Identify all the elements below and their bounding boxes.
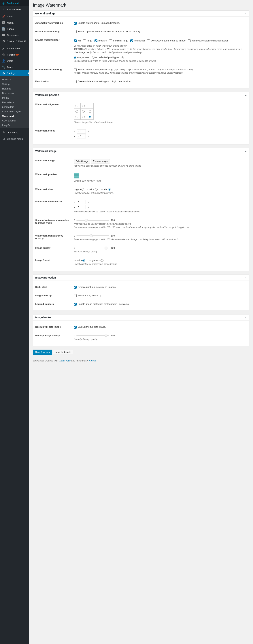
submenu-reading[interactable]: Reading bbox=[0, 86, 29, 91]
align-radio-2[interactable] bbox=[89, 105, 91, 107]
size-thumbnail-checkbox[interactable] bbox=[130, 40, 133, 42]
sidebar-item-settings[interactable]: ⚙Settings bbox=[0, 70, 29, 76]
format-progressive-radio[interactable] bbox=[101, 259, 103, 262]
reset-button[interactable]: Reset to defaults bbox=[53, 350, 73, 354]
remove-image-button[interactable]: Remove image bbox=[91, 159, 110, 164]
sidebar-item-plugins[interactable]: 🔌Plugins6 bbox=[0, 52, 29, 58]
align-cell-5[interactable] bbox=[87, 109, 94, 114]
size-medium-checkbox[interactable] bbox=[95, 40, 97, 42]
backup-quality-desc: Set output image quality. bbox=[74, 338, 245, 341]
align-radio-0[interactable] bbox=[76, 105, 78, 107]
custom-x-input[interactable] bbox=[77, 200, 86, 204]
submenu-cdn-enabler[interactable]: CDN Enabler bbox=[0, 118, 29, 123]
dragdrop-checkbox[interactable] bbox=[74, 294, 77, 297]
menu-icon: 🔧 bbox=[2, 65, 6, 69]
quality-slider[interactable] bbox=[76, 248, 109, 248]
submenu-watermark[interactable]: Watermark bbox=[0, 114, 29, 118]
everywhere-label: everywhere bbox=[77, 56, 89, 59]
align-radio-6[interactable] bbox=[76, 116, 78, 118]
main-content: Image Watermark General settings ▲ Autom… bbox=[29, 0, 253, 644]
sidebar-item-users[interactable]: 👤Users bbox=[0, 58, 29, 64]
submenu-media[interactable]: Media bbox=[0, 96, 29, 100]
align-cell-4[interactable] bbox=[80, 109, 87, 114]
transparency-slider[interactable] bbox=[76, 236, 109, 236]
submenu-imagify[interactable]: Imagify bbox=[0, 123, 29, 128]
offset-x-input[interactable] bbox=[77, 129, 86, 134]
size-full-checkbox[interactable] bbox=[74, 40, 77, 42]
position-header[interactable]: Watermark position ▲ bbox=[33, 92, 249, 98]
size-original-radio[interactable] bbox=[81, 188, 84, 191]
custom-y-input[interactable] bbox=[77, 205, 86, 209]
submenu-permalinks[interactable]: Permalinks bbox=[0, 100, 29, 105]
wordpress-link[interactable]: WordPress bbox=[59, 359, 71, 362]
image-header[interactable]: Watermark image ▲ bbox=[33, 148, 249, 154]
offset-y-input[interactable] bbox=[77, 134, 86, 138]
align-cell-0[interactable] bbox=[74, 103, 80, 109]
sidebar-item-posts[interactable]: 📌Posts bbox=[0, 13, 29, 20]
sidebar-gutenberg[interactable]: ✎ Gutenberg bbox=[0, 129, 29, 136]
align-radio-1[interactable] bbox=[82, 105, 85, 107]
collapse-label: Collapse menu bbox=[7, 138, 23, 140]
kinsta-link[interactable]: Kinsta bbox=[89, 359, 96, 362]
align-cell-2[interactable] bbox=[87, 103, 94, 109]
slider-max: 100 bbox=[111, 246, 115, 249]
custom-size-desc: Those dimensions will be used if "custom… bbox=[74, 210, 245, 213]
submenu-discussion[interactable]: Discussion bbox=[0, 91, 29, 96]
size-twentyseventeen-thumbnail-avatar-checkbox[interactable] bbox=[188, 40, 191, 42]
protection-title: Image protection bbox=[35, 276, 56, 279]
backup-full-checkbox[interactable] bbox=[74, 326, 77, 328]
size-medium_large-checkbox[interactable] bbox=[109, 40, 112, 42]
collapse-menu[interactable]: ◀ Collapse menu bbox=[0, 136, 29, 142]
px-label: px bbox=[87, 130, 89, 133]
selected-types-radio[interactable] bbox=[92, 56, 95, 59]
format-baseline-radio[interactable] bbox=[82, 259, 85, 262]
sidebar-item-tools[interactable]: 🔧Tools bbox=[0, 64, 29, 70]
align-cell-3[interactable] bbox=[74, 109, 80, 114]
general-settings-header[interactable]: General settings ▲ bbox=[33, 10, 249, 16]
auto-watermark-checkbox[interactable] bbox=[74, 22, 77, 25]
size-scaled-radio[interactable] bbox=[108, 188, 111, 191]
loggedin-checkbox[interactable] bbox=[74, 303, 77, 306]
submenu-writing[interactable]: Writing bbox=[0, 82, 29, 86]
align-cell-7[interactable] bbox=[80, 114, 87, 120]
rightclick-checkbox[interactable] bbox=[74, 286, 77, 288]
manual-watermark-checkbox[interactable] bbox=[74, 30, 77, 33]
submenu-optimize-analytics[interactable]: Optimize Analytics bbox=[0, 109, 29, 114]
scale-slider[interactable] bbox=[76, 220, 109, 221]
align-radio-4[interactable] bbox=[82, 110, 85, 113]
size-large-checkbox[interactable] bbox=[83, 40, 86, 42]
deactivation-checkbox[interactable] bbox=[74, 80, 77, 83]
align-radio-7[interactable] bbox=[82, 116, 85, 118]
settings-submenu: GeneralWritingReadingDiscussionMediaPerm… bbox=[0, 76, 29, 128]
submenu-perfmatters[interactable]: perfmatters bbox=[0, 105, 29, 109]
align-radio-3[interactable] bbox=[76, 110, 78, 113]
rightclick-label: Right click bbox=[35, 283, 72, 292]
align-radio-5[interactable] bbox=[89, 110, 91, 113]
backup-quality-slider[interactable] bbox=[76, 335, 109, 336]
align-cell-1[interactable] bbox=[80, 103, 87, 109]
menu-icon: 🖼 bbox=[2, 21, 6, 24]
align-cell-8[interactable] bbox=[87, 114, 94, 120]
sidebar-item-kinsta-cache[interactable]: ≡Kinsta Cache bbox=[0, 6, 29, 12]
sidebar-item-media[interactable]: 🖼Media bbox=[0, 20, 29, 26]
size-custom-radio[interactable] bbox=[95, 188, 98, 191]
menu-icon: 🖌 bbox=[2, 46, 6, 50]
everywhere-radio[interactable] bbox=[74, 56, 76, 59]
submenu-general[interactable]: General bbox=[0, 77, 29, 82]
sidebar-item-pages[interactable]: 📄Pages bbox=[0, 26, 29, 32]
align-radio-8[interactable] bbox=[89, 116, 91, 118]
backup-header[interactable]: Image backup ▲ bbox=[33, 314, 249, 320]
loggedin-text: Enable image protection for logged-in us… bbox=[78, 303, 129, 306]
size-twentyseventeen-featured-image-checkbox[interactable] bbox=[147, 40, 150, 42]
align-cell-6[interactable] bbox=[74, 114, 80, 120]
select-image-button[interactable]: Select image bbox=[74, 159, 90, 164]
sidebar-item-comments[interactable]: 💬Comments bbox=[0, 32, 29, 38]
sidebar-item-custom-css-&-js[interactable]: ✪Custom CSS & JS bbox=[0, 38, 29, 44]
frontend-checkbox[interactable] bbox=[74, 68, 77, 71]
dragdrop-text: Prevent drag and drop bbox=[78, 294, 101, 297]
save-button[interactable]: Save Changes bbox=[33, 350, 52, 355]
sidebar-item-appearance[interactable]: 🖌Appearance bbox=[0, 45, 29, 52]
menu-label: Kinsta Cache bbox=[7, 8, 21, 11]
protection-header[interactable]: Image protection ▲ bbox=[33, 275, 249, 281]
sidebar-item-dashboard[interactable]: ◉Dashboard bbox=[0, 0, 29, 6]
